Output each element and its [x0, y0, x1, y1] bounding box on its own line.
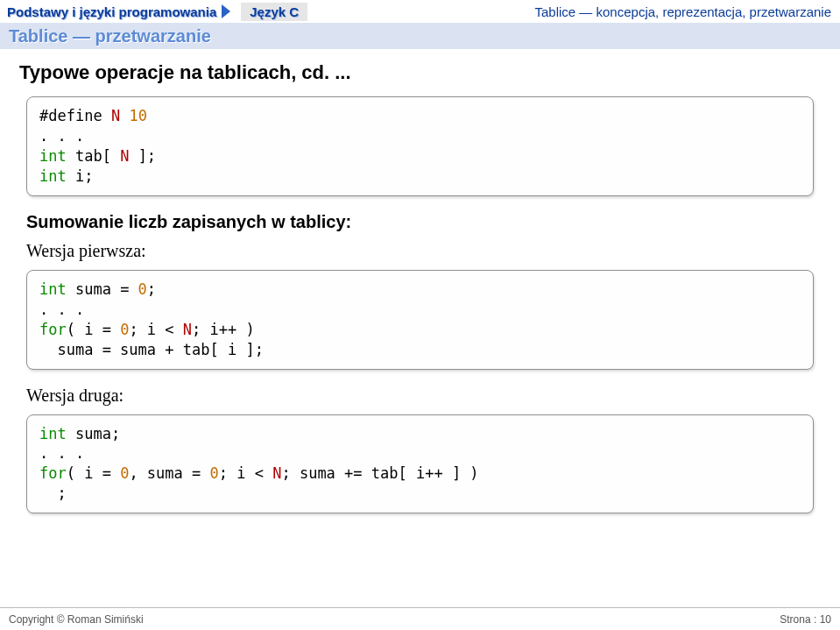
code-text: . . .	[39, 301, 84, 318]
code-text: ;	[147, 280, 156, 298]
code-version-1: int suma = 0; . . . for( i = 0; i < N; i…	[26, 270, 814, 370]
code-text: N	[111, 107, 120, 124]
code-text: ];	[129, 147, 156, 165]
code-text: . . .	[39, 444, 84, 462]
code-text: 0	[210, 464, 219, 482]
code-defs: #define N 10 . . . int tab[ N ]; int i;	[26, 96, 814, 196]
page: Podstawy i języki programowania Język C …	[0, 0, 840, 630]
code-text: suma =	[67, 280, 138, 298]
code-text: 10	[129, 107, 146, 124]
code-text: suma = suma + tab[ i ];	[39, 341, 264, 358]
code-text: int	[39, 167, 67, 185]
code-text: i;	[67, 167, 94, 185]
code-text: ( i =	[67, 321, 120, 338]
code-text: 0	[138, 280, 147, 298]
code-text: tab[	[67, 147, 120, 165]
lang-box: Język C	[241, 3, 307, 21]
code-text: suma;	[67, 425, 120, 442]
version-2-label: Wersja druga:	[26, 386, 821, 406]
breadcrumb-text: Podstawy i języki programowania	[7, 4, 216, 19]
code-text: N	[272, 464, 281, 482]
code-text: 0	[120, 464, 129, 482]
code-text: ; i <	[219, 464, 272, 482]
svg-marker-0	[222, 4, 230, 18]
code-text: for	[39, 464, 67, 482]
code-text: for	[39, 321, 67, 338]
code-text: ;	[39, 485, 67, 502]
code-text: ; suma += tab[ i++ ] )	[281, 464, 478, 482]
code-text: #define	[39, 107, 111, 124]
code-text: N	[120, 147, 129, 165]
header-right: Tablice — koncepcja, reprezentacja, prze…	[526, 0, 840, 23]
code-text: int	[39, 280, 67, 298]
code-text: , suma =	[129, 464, 209, 482]
footer: Copyright © Roman Simiński Strona : 10	[0, 607, 840, 630]
footer-right: Strona : 10	[780, 613, 831, 626]
code-text: int	[39, 425, 67, 442]
code-text: ; i++ )	[192, 321, 255, 338]
chevron-right-icon	[222, 4, 230, 18]
version-1-label: Wersja pierwsza:	[26, 241, 821, 261]
code-text: ; i <	[129, 321, 182, 338]
subtitle-bar: Tablice — przetwarzanie	[0, 23, 840, 49]
header-right-text: Tablice — koncepcja, reprezentacja, prze…	[534, 4, 831, 19]
content: Typowe operacje na tablicach, cd. ... #d…	[0, 49, 840, 513]
code-version-2: int suma; . . . for( i = 0, suma = 0; i …	[26, 414, 814, 514]
lang-text: Język C	[250, 4, 299, 19]
footer-left: Copyright © Roman Simiński	[9, 613, 144, 626]
code-text: N	[183, 321, 192, 338]
code-text: 0	[120, 321, 129, 338]
header-left: Podstawy i języki programowania Język C	[0, 0, 307, 23]
code-text: int	[39, 147, 67, 165]
breadcrumb: Podstawy i języki programowania	[0, 3, 237, 21]
code-text: ( i =	[67, 464, 120, 482]
subhead-sum: Sumowanie liczb zapisanych w tablicy:	[26, 212, 821, 232]
subtitle-text: Tablice — przetwarzanie	[9, 26, 211, 46]
header: Podstawy i języki programowania Język C …	[0, 0, 840, 23]
code-text: . . .	[39, 127, 84, 145]
code-text	[120, 107, 129, 124]
section-title: Typowe operacje na tablicach, cd. ...	[19, 61, 821, 84]
